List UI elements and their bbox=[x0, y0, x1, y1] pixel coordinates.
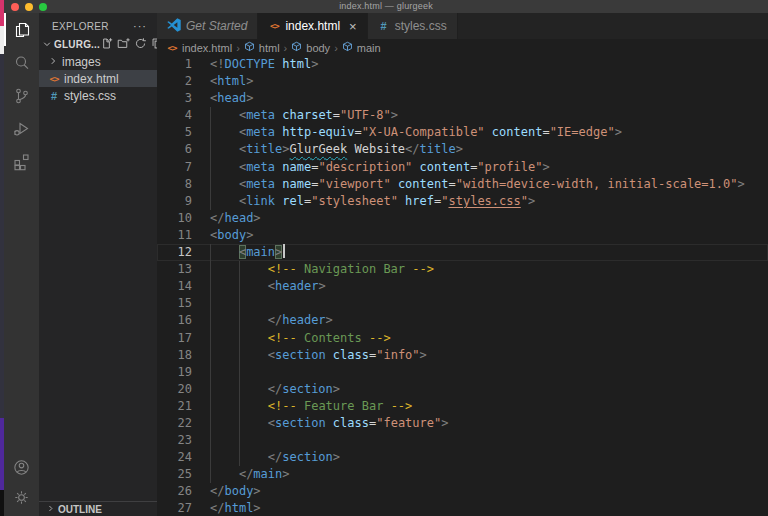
indent-guide bbox=[210, 159, 211, 176]
gear-icon bbox=[12, 488, 31, 507]
extensions-icon bbox=[12, 152, 32, 172]
zoom-window-button[interactable] bbox=[39, 3, 47, 11]
file-styles-css[interactable]: #styles.css bbox=[39, 87, 157, 104]
code-line-9[interactable]: 9 <link rel="stylesheet" href="styles.cs… bbox=[157, 193, 768, 210]
activity-extensions-button[interactable] bbox=[4, 145, 39, 178]
code-line-18[interactable]: 18 <section class="info"> bbox=[157, 347, 768, 364]
html-file-icon: <> bbox=[166, 43, 178, 53]
line-number: 1 bbox=[157, 56, 192, 73]
indent-guide bbox=[210, 466, 211, 483]
chevron-right-icon bbox=[46, 504, 55, 515]
html-file-icon: <> bbox=[268, 21, 280, 31]
tab-label: index.html bbox=[285, 19, 340, 33]
account-icon bbox=[12, 458, 31, 477]
code-line-23[interactable]: 23 bbox=[157, 432, 768, 449]
indent-guide bbox=[210, 364, 211, 381]
breadcrumb-item-body[interactable]: body bbox=[291, 41, 330, 54]
line-number: 23 bbox=[157, 432, 192, 449]
breadcrumb-separator: › bbox=[334, 42, 338, 54]
workspace-folder-header[interactable]: GLURG... bbox=[39, 36, 157, 53]
breadcrumb-item-index-html[interactable]: <>index.html bbox=[166, 42, 232, 54]
line-number: 7 bbox=[157, 159, 192, 176]
code-line-16[interactable]: 16 </header> bbox=[157, 312, 768, 329]
code-line-14[interactable]: 14 <header> bbox=[157, 278, 768, 295]
minimize-window-button[interactable] bbox=[25, 3, 33, 11]
line-number: 12 bbox=[157, 244, 192, 261]
activity-search-button[interactable] bbox=[4, 46, 39, 79]
accounts-button[interactable] bbox=[4, 452, 39, 482]
new-folder-icon[interactable] bbox=[117, 37, 130, 52]
code-line-3[interactable]: 3<head> bbox=[157, 90, 768, 107]
close-window-button[interactable] bbox=[11, 3, 19, 11]
line-number: 26 bbox=[157, 483, 192, 500]
code-line-2[interactable]: 2<html> bbox=[157, 73, 768, 90]
indent-guide bbox=[210, 449, 211, 466]
indent-guide bbox=[210, 141, 211, 158]
code-line-6[interactable]: 6 <title>GlurGeek Website</title> bbox=[157, 141, 768, 158]
indent-guide bbox=[210, 415, 211, 432]
code-line-17[interactable]: 17 <!-- Contents --> bbox=[157, 330, 768, 347]
indent-guide bbox=[210, 107, 211, 124]
indent-guide bbox=[239, 432, 240, 449]
line-number: 16 bbox=[157, 312, 192, 329]
code-line-15[interactable]: 15 bbox=[157, 295, 768, 312]
line-number: 14 bbox=[157, 278, 192, 295]
activity-run-debug-button[interactable] bbox=[4, 112, 39, 145]
code-line-11[interactable]: 11<body> bbox=[157, 227, 768, 244]
code-line-22[interactable]: 22 <section class="feature"> bbox=[157, 415, 768, 432]
line-number: 10 bbox=[157, 210, 192, 227]
code-line-8[interactable]: 8 <meta name="viewport" content="width=d… bbox=[157, 176, 768, 193]
code-line-27[interactable]: 27</html> bbox=[157, 500, 768, 516]
close-tab-icon[interactable]: × bbox=[349, 20, 357, 33]
new-file-icon[interactable] bbox=[100, 37, 113, 52]
code-line-1[interactable]: 1<!DOCTYPE html> bbox=[157, 56, 768, 73]
indent-guide bbox=[239, 347, 240, 364]
folder-images[interactable]: images bbox=[39, 53, 157, 70]
tab-label: Get Started bbox=[186, 19, 247, 33]
line-number: 13 bbox=[157, 261, 192, 278]
files-icon bbox=[12, 20, 32, 40]
code-line-7[interactable]: 7 <meta name="description" content="prof… bbox=[157, 159, 768, 176]
indent-guide bbox=[239, 295, 240, 312]
line-number: 21 bbox=[157, 398, 192, 415]
code-line-5[interactable]: 5 <meta http-equiv="X-UA-Compatible" con… bbox=[157, 124, 768, 141]
symbol-element-icon bbox=[342, 41, 353, 54]
indent-guide bbox=[210, 330, 211, 347]
breadcrumb-separator: › bbox=[236, 42, 240, 54]
run-debug-icon bbox=[12, 119, 32, 139]
explorer-more-actions-button[interactable]: ··· bbox=[133, 24, 147, 29]
breadcrumb-item-main[interactable]: main bbox=[342, 41, 381, 54]
code-line-24[interactable]: 24 </section> bbox=[157, 449, 768, 466]
code-line-25[interactable]: 25 </main> bbox=[157, 466, 768, 483]
code-line-10[interactable]: 10</head> bbox=[157, 210, 768, 227]
tab-index-html[interactable]: <>index.html× bbox=[258, 13, 367, 39]
explorer-sidebar: EXPLORER ··· GLURG... images<>index.html… bbox=[39, 13, 157, 516]
activity-source-control-button[interactable] bbox=[4, 79, 39, 112]
tab-styles-css[interactable]: #styles.css bbox=[368, 13, 458, 39]
settings-button[interactable] bbox=[4, 482, 39, 512]
breadcrumb-item-html[interactable]: html bbox=[244, 41, 280, 54]
line-number: 8 bbox=[157, 176, 192, 193]
code-line-4[interactable]: 4 <meta charset="UTF-8"> bbox=[157, 107, 768, 124]
outline-section-header[interactable]: OUTLINE bbox=[39, 501, 157, 516]
editor-group: Get Started<>index.html×#styles.css <>in… bbox=[157, 13, 768, 516]
code-line-12[interactable]: 12 <main> bbox=[157, 244, 768, 261]
code-line-26[interactable]: 26</body> bbox=[157, 483, 768, 500]
code-line-13[interactable]: 13 <!-- Navigation Bar --> bbox=[157, 261, 768, 278]
code-editor[interactable]: 1<!DOCTYPE html>2<html>3<head>4 <meta ch… bbox=[157, 56, 768, 516]
line-number: 22 bbox=[157, 415, 192, 432]
vscode-logo-icon bbox=[167, 18, 181, 35]
line-number: 6 bbox=[157, 141, 192, 158]
code-line-21[interactable]: 21 <!-- Feature Bar --> bbox=[157, 398, 768, 415]
refresh-icon[interactable] bbox=[134, 37, 147, 52]
search-icon bbox=[12, 53, 32, 73]
file-index-html[interactable]: <>index.html bbox=[39, 70, 157, 87]
line-number: 15 bbox=[157, 295, 192, 312]
indent-guide bbox=[239, 449, 240, 466]
tab-get-started[interactable]: Get Started bbox=[157, 13, 258, 39]
activity-explorer-button[interactable] bbox=[4, 13, 39, 46]
code-line-19[interactable]: 19 bbox=[157, 364, 768, 381]
titlebar[interactable]: index.html — glurgeek bbox=[4, 0, 768, 13]
line-number: 27 bbox=[157, 500, 192, 516]
code-line-20[interactable]: 20 </section> bbox=[157, 381, 768, 398]
